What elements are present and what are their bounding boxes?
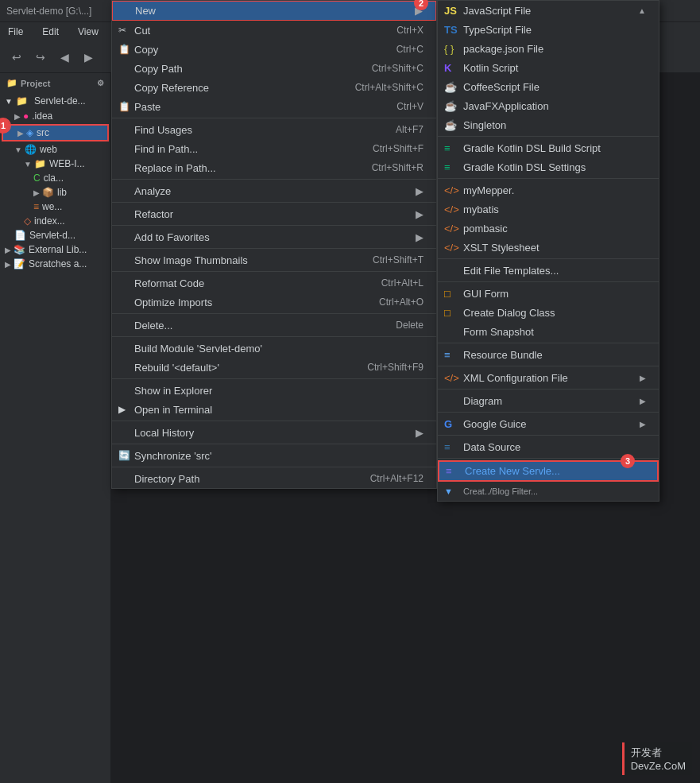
menu-item-refactor[interactable]: Refactor ▶	[112, 204, 436, 223]
menu-item-optimize-imports[interactable]: Optimize Imports Ctrl+Alt+O	[112, 293, 436, 312]
gradle-build-label: Gradle Kotlin DSL Build Script	[463, 142, 601, 154]
show-thumbnails-shortcut: Ctrl+Shift+T	[373, 254, 423, 266]
menu-item-analyze[interactable]: Analyze ▶	[112, 181, 436, 200]
copy-icon: 📋	[118, 44, 130, 55]
submenu-item-kotlin-script[interactable]: K Kotlin Script	[438, 58, 659, 77]
submenu-item-mybatis[interactable]: </> mybatis	[438, 200, 659, 219]
diagram-label: Diagram	[463, 395, 502, 407]
submenu-item-diagram[interactable]: Diagram ▶	[438, 391, 659, 410]
coffee-icon: ☕	[444, 81, 457, 93]
reformat-label: Reformat Code	[134, 277, 204, 289]
submenu-item-google-guice[interactable]: G Google Guice ▶	[438, 414, 659, 433]
menu-item-reformat[interactable]: Reformat Code Ctrl+Alt+L	[112, 273, 436, 293]
refactor-arrow: ▶	[416, 208, 423, 220]
gui-form-label: GUI Form	[463, 288, 509, 300]
menu-item-show-explorer[interactable]: Show in Explorer	[112, 381, 436, 400]
submenu-sep-7	[438, 389, 659, 390]
context-menu: New ▶ 2 ✂ Cut Ctrl+X 📋 Copy Ctrl+C Copy …	[111, 0, 437, 489]
submenu-item-package-json[interactable]: { } package.json File	[438, 39, 659, 58]
menu-item-rebuild[interactable]: Rebuild '<default>' Ctrl+Shift+F9	[112, 358, 436, 377]
add-favorites-arrow: ▶	[416, 231, 423, 243]
cut-label: Cut	[134, 25, 150, 37]
menu-item-find-in-path[interactable]: Find in Path... Ctrl+Shift+F	[112, 139, 436, 158]
find-usages-shortcut: Alt+F7	[396, 124, 423, 135]
menu-item-copy-reference[interactable]: Copy Reference Ctrl+Alt+Shift+C	[112, 78, 436, 97]
menu-item-local-history[interactable]: Local History ▶	[112, 423, 436, 442]
separator-3	[112, 202, 436, 203]
gui-form-icon: □	[444, 288, 451, 300]
submenu-sep-6	[438, 366, 659, 366]
menu-item-new[interactable]: New ▶	[112, 1, 436, 21]
menu-item-synchronize[interactable]: 🔄 Synchronize 'src'	[112, 446, 436, 465]
submenu-item-gradle-build[interactable]: ≡ Gradle Kotlin DSL Build Script	[438, 138, 659, 157]
javafx-label: JavaFXApplication	[463, 100, 549, 112]
copy-path-shortcut: Ctrl+Shift+C	[372, 63, 423, 74]
menu-item-copy[interactable]: 📋 Copy Ctrl+C	[112, 40, 436, 59]
menu-item-copy-path[interactable]: Copy Path Ctrl+Shift+C	[112, 59, 436, 78]
submenu-item-pombasic[interactable]: </> pombasic	[438, 219, 659, 238]
paste-shortcut: Ctrl+V	[396, 101, 423, 112]
submenu-item-javafx[interactable]: ☕ JavaFXApplication	[438, 96, 659, 115]
submenu-item-xslt[interactable]: </> XSLT Stylesheet	[438, 238, 659, 257]
menu-item-build-module[interactable]: Build Module 'Servlet-demo'	[112, 339, 436, 358]
menu-item-paste[interactable]: 📋 Paste Ctrl+V	[112, 97, 436, 116]
menu-item-directory-path[interactable]: Directory Path Ctrl+Alt+F12	[112, 469, 436, 488]
xml-config-label: XML Configuration File	[463, 372, 568, 384]
badge-3-container: 3	[621, 454, 635, 468]
submenu-item-mymepper[interactable]: </> myMepper.	[438, 180, 659, 200]
create-filter-label: Creat../Blog Filter...	[463, 486, 538, 496]
new-item-container: New ▶ 2	[112, 1, 436, 21]
open-terminal-label: Open in Terminal	[134, 404, 212, 416]
submenu-sep-1	[438, 136, 659, 137]
separator-2	[112, 179, 436, 180]
menu-item-find-usages[interactable]: Find Usages Alt+F7	[112, 120, 436, 139]
js-arrow: ▲	[638, 6, 646, 15]
ts-icon: TS	[444, 24, 458, 36]
gradle-settings-label: Gradle Kotlin DSL Settings	[463, 161, 586, 173]
mymepper-label: myMepper.	[463, 184, 514, 196]
menu-item-cut[interactable]: ✂ Cut Ctrl+X	[112, 21, 436, 40]
submenu-item-javascript[interactable]: JS JavaScript File ▲	[438, 1, 659, 20]
build-module-label: Build Module 'Servlet-demo'	[134, 343, 262, 355]
submenu-item-form-snapshot[interactable]: Form Snapshot	[438, 322, 659, 341]
submenu-item-gui-form[interactable]: □ GUI Form	[438, 284, 659, 303]
menu-item-show-thumbnails[interactable]: Show Image Thumbnails Ctrl+Shift+T	[112, 250, 436, 269]
directory-path-label: Directory Path	[134, 473, 199, 485]
optimize-imports-shortcut: Ctrl+Alt+O	[379, 297, 423, 308]
submenu-item-gradle-settings[interactable]: ≡ Gradle Kotlin DSL Settings	[438, 157, 659, 176]
submenu-item-resource-bundle[interactable]: ≡ Resource Bundle	[438, 345, 659, 364]
copy-path-label: Copy Path	[134, 63, 183, 75]
menu-item-replace-in-path[interactable]: Replace in Path... Ctrl+Shift+R	[112, 158, 436, 177]
refactor-label: Refactor	[134, 208, 173, 220]
create-dialog-icon: □	[444, 307, 451, 319]
submenu-sep-5	[438, 343, 659, 343]
cut-icon: ✂	[118, 25, 126, 36]
resource-bundle-label: Resource Bundle	[463, 349, 543, 361]
diagram-arrow: ▶	[640, 397, 646, 405]
submenu-item-xml-config[interactable]: </> XML Configuration File ▶	[438, 368, 659, 387]
gradle-build-icon: ≡	[444, 142, 451, 154]
copy-reference-label: Copy Reference	[134, 82, 209, 94]
submenu-item-typescript[interactable]: TS TypeScript File	[438, 20, 659, 39]
badge-3-number: 3	[621, 454, 635, 468]
rebuild-shortcut: Ctrl+Shift+F9	[367, 362, 423, 373]
replace-in-path-label: Replace in Path...	[134, 162, 216, 174]
menu-item-add-favorites[interactable]: Add to Favorites ▶	[112, 227, 436, 246]
kt-icon: K	[444, 62, 451, 74]
servlet-plugin-icon: ≡	[446, 465, 452, 477]
new-label: New	[135, 5, 156, 17]
submenu-item-edit-templates[interactable]: Edit File Templates...	[438, 261, 659, 280]
separator-11	[112, 444, 436, 444]
separator-8	[112, 336, 436, 337]
submenu-item-coffeescript[interactable]: ☕ CoffeeScript File	[438, 77, 659, 96]
menu-item-open-terminal[interactable]: ▶ Open in Terminal	[112, 400, 436, 419]
separator-7	[112, 313, 436, 314]
badge-1-number: 1	[0, 118, 10, 133]
submenu-item-create-dialog[interactable]: □ Create Dialog Class	[438, 303, 659, 322]
paste-label: Paste	[134, 101, 160, 113]
create-servlet-label: Create New Servle...	[465, 465, 560, 477]
menu-item-delete[interactable]: Delete... Delete	[112, 316, 436, 335]
reformat-shortcut: Ctrl+Alt+L	[381, 277, 423, 289]
submenu-item-singleton[interactable]: ☕ Singleton	[438, 115, 659, 134]
submenu-item-create-filter[interactable]: ▼ Creat../Blog Filter...	[438, 482, 659, 501]
